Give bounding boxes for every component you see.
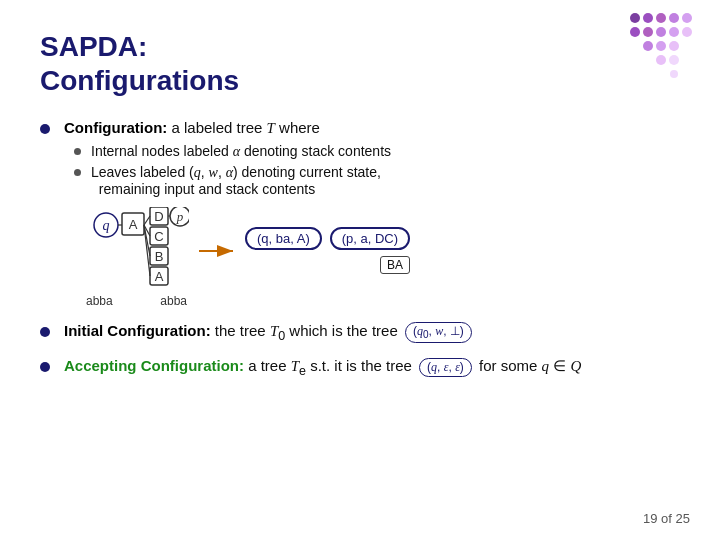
- bullet-configuration: Configuration: a labeled tree T where In…: [40, 119, 680, 308]
- keyword-accepting: Accepting Configuration:: [64, 357, 244, 374]
- svg-point-14: [669, 55, 679, 65]
- svg-point-0: [630, 13, 640, 23]
- svg-line-31: [144, 216, 150, 225]
- box-padc: (p, a, DC): [330, 227, 410, 250]
- accepting-rest: a tree Te s.t. it is the tree: [248, 357, 416, 374]
- keyword-configuration: Configuration:: [64, 119, 167, 136]
- sub-dot-1: [74, 148, 81, 155]
- svg-text:D: D: [154, 209, 163, 224]
- svg-point-11: [656, 41, 666, 51]
- svg-point-12: [669, 41, 679, 51]
- bullet-initial: Initial Configuration: the tree T0 which…: [40, 322, 680, 343]
- svg-text:B: B: [155, 249, 164, 264]
- label-abba-right: abba: [160, 294, 187, 308]
- accepting-suffix: for some q ∈ Q: [479, 357, 581, 374]
- svg-point-2: [656, 13, 666, 23]
- tree-svg: q A D C: [84, 207, 189, 295]
- accepting-badge: (q, ε, ε): [419, 358, 472, 377]
- main-bullet-list: Configuration: a labeled tree T where In…: [40, 119, 680, 378]
- svg-text:A: A: [155, 269, 164, 284]
- title-line1: SAPDA:: [40, 31, 147, 62]
- svg-point-6: [643, 27, 653, 37]
- sub-internal-text: Internal nodes labeled α denoting stack …: [91, 143, 391, 160]
- diagram-area: q A D C: [84, 207, 680, 308]
- sub-dot-2: [74, 169, 81, 176]
- initial-badge: (q0, w, ⊥): [405, 322, 472, 342]
- sub-bullet-internal: Internal nodes labeled α denoting stack …: [74, 143, 680, 160]
- bullet-2-content: Initial Configuration: the tree T0 which…: [64, 322, 680, 343]
- bullet-dot-2: [40, 327, 50, 337]
- svg-point-1: [643, 13, 653, 23]
- svg-text:C: C: [154, 229, 163, 244]
- box-ba: BA: [380, 256, 410, 274]
- svg-point-4: [682, 13, 692, 23]
- bullet-dot-1: [40, 124, 50, 134]
- arrow-svg: [197, 241, 241, 261]
- sub-leaves-text: Leaves labeled (q, w, α) denoting curren…: [91, 164, 381, 197]
- slide-number: 19 of 25: [643, 511, 690, 526]
- sub-bullet-leaves: Leaves labeled (q, w, α) denoting curren…: [74, 164, 680, 197]
- svg-point-3: [669, 13, 679, 23]
- bullet-dot-3: [40, 362, 50, 372]
- decorative-dots: [620, 10, 700, 80]
- svg-text:p: p: [176, 209, 184, 224]
- svg-point-15: [670, 70, 678, 78]
- svg-point-5: [630, 27, 640, 37]
- keyword-initial: Initial Configuration:: [64, 322, 211, 339]
- initial-rest: the tree T0 which is the tree: [215, 322, 402, 339]
- bullet-accepting: Accepting Configuration: a tree Te s.t. …: [40, 357, 680, 378]
- svg-text:A: A: [129, 217, 138, 232]
- slide: SAPDA: Configurations Configuration: a l…: [0, 0, 720, 540]
- svg-point-10: [643, 41, 653, 51]
- box-qba: (q, ba, A): [245, 227, 322, 250]
- svg-point-9: [682, 27, 692, 37]
- label-abba-left: abba: [86, 294, 113, 308]
- right-boxes: (q, ba, A) (p, a, DC) BA: [245, 227, 410, 274]
- svg-text:q: q: [103, 218, 110, 233]
- svg-point-8: [669, 27, 679, 37]
- bullet-3-content: Accepting Configuration: a tree Te s.t. …: [64, 357, 680, 378]
- slide-title: SAPDA: Configurations: [40, 30, 680, 97]
- svg-point-7: [656, 27, 666, 37]
- config-rest: a labeled tree T where: [171, 119, 319, 136]
- svg-point-13: [656, 55, 666, 65]
- bullet-1-content: Configuration: a labeled tree T where In…: [64, 119, 680, 308]
- sub-bullets-1: Internal nodes labeled α denoting stack …: [74, 143, 680, 197]
- title-line2: Configurations: [40, 65, 239, 96]
